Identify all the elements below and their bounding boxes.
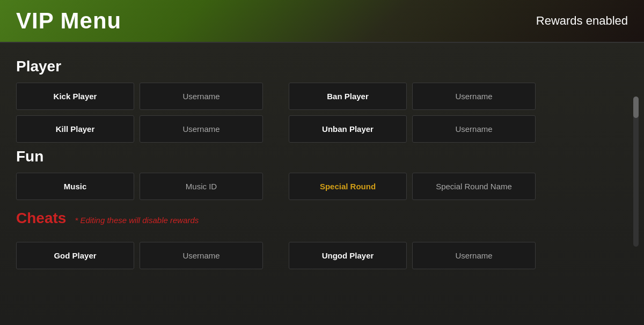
music-button[interactable]: Music — [16, 173, 134, 200]
god-player-button[interactable]: God Player — [16, 242, 134, 269]
god-player-username-input[interactable]: Username — [140, 242, 263, 269]
unban-player-username-input[interactable]: Username — [412, 115, 536, 143]
kick-player-button[interactable]: Kick Player — [16, 83, 134, 110]
player-section: Player Kick Player Username Ban Player U… — [16, 58, 628, 143]
ungod-player-username-input[interactable]: Username — [412, 242, 536, 269]
cheats-section: Cheats * Editing these will disable rewa… — [16, 205, 628, 269]
cheats-warning: * Editing these will disable rewards — [75, 216, 199, 225]
ban-player-username-input[interactable]: Username — [412, 83, 536, 110]
special-round-name-input[interactable]: Special Round Name — [412, 173, 536, 200]
unban-player-button[interactable]: Unban Player — [289, 115, 407, 143]
fun-section-title: Fun — [16, 148, 628, 165]
header-title: VIP Menu — [16, 8, 121, 34]
cheats-section-title: Cheats — [16, 210, 66, 227]
kick-player-username-input[interactable]: Username — [140, 83, 263, 110]
scrollbar[interactable] — [633, 97, 639, 247]
player-section-title: Player — [16, 58, 628, 75]
music-id-input[interactable]: Music ID — [140, 173, 263, 200]
kill-player-button[interactable]: Kill Player — [16, 115, 134, 143]
main-content: Player Kick Player Username Ban Player U… — [0, 43, 644, 325]
ban-player-button[interactable]: Ban Player — [289, 83, 407, 110]
rewards-status: Rewards enabled — [536, 14, 628, 28]
special-round-button[interactable]: Special Round — [289, 173, 407, 200]
fun-section: Fun Music Music ID Special Round Special… — [16, 148, 628, 200]
kill-player-username-input[interactable]: Username — [140, 115, 263, 143]
ungod-player-button[interactable]: Ungod Player — [289, 242, 407, 269]
header: VIP Menu Rewards enabled — [0, 0, 644, 43]
scrollbar-thumb[interactable] — [633, 97, 639, 118]
